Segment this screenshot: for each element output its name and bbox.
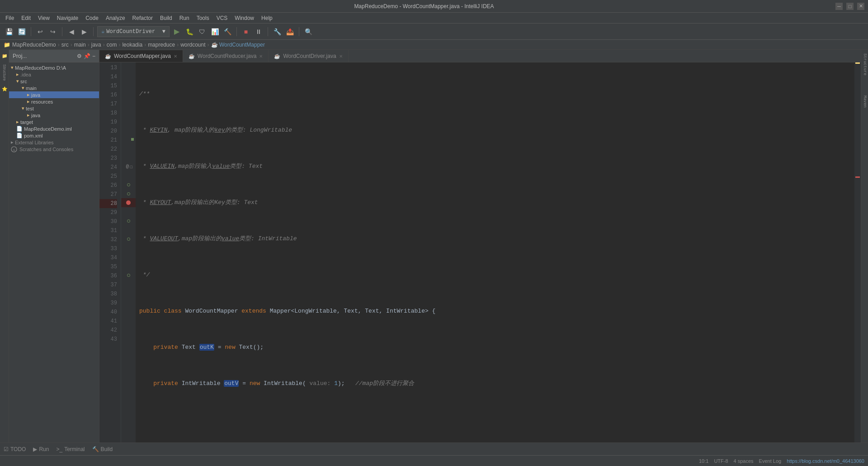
- breadcrumb-mapreduce-pkg[interactable]: mapreduce: [148, 42, 175, 48]
- tab-close-driver[interactable]: ✕: [339, 54, 343, 59]
- window-controls[interactable]: ─ □ ✕: [835, 3, 864, 10]
- build-panel-icon: 🔨: [92, 446, 99, 452]
- stop-button[interactable]: ■: [241, 26, 251, 37]
- gutter-line-17: [121, 99, 136, 108]
- breadcrumb-wordcount[interactable]: wordcount: [180, 42, 205, 48]
- tab-label-reducer: WordCountReducer.java: [198, 53, 257, 59]
- tree-item-java[interactable]: ▸ java: [9, 91, 99, 98]
- pause-button[interactable]: ⏸: [253, 26, 264, 37]
- todo-button[interactable]: ☑ TODO: [4, 446, 26, 452]
- menu-run[interactable]: Run: [176, 14, 193, 22]
- tree-item-test-java[interactable]: ▸ java: [9, 112, 99, 119]
- project-pin-icon[interactable]: 📌: [84, 53, 90, 59]
- menu-view[interactable]: View: [34, 14, 53, 22]
- gutter-line-28-breakpoint[interactable]: [121, 198, 136, 207]
- tree-item-target[interactable]: ▸ target: [9, 119, 99, 125]
- status-event-log[interactable]: Event Log: [759, 458, 782, 464]
- undo-button[interactable]: ↩: [35, 26, 46, 37]
- breadcrumb-com[interactable]: com: [107, 42, 117, 48]
- status-position[interactable]: 10:1: [699, 458, 708, 464]
- gutter-line-15: [121, 81, 136, 90]
- terminal-label: Terminal: [64, 446, 85, 452]
- terminal-button[interactable]: >_ Terminal: [56, 446, 85, 452]
- code-line-13: /**: [136, 90, 854, 99]
- menu-refactor[interactable]: Refactor: [129, 14, 156, 22]
- tab-close-mapper[interactable]: ✕: [174, 54, 177, 59]
- tree-item-resources[interactable]: ▸ resources: [9, 98, 99, 105]
- tab-wordcountdriver[interactable]: ☕ WordCountDriver.java ✕: [269, 50, 348, 62]
- toolbar-separator-3: [93, 27, 94, 36]
- tab-wordcountmapper[interactable]: ☕ WordCountMapper.java ✕: [99, 50, 183, 62]
- project-panel: Proj... ⚙ 📌 − ▾ MapReduceDemo D:\A ▸ .id…: [9, 50, 99, 442]
- debug-button[interactable]: 🐛: [184, 26, 195, 37]
- gutter-line-29: [121, 207, 136, 216]
- tree-item-test[interactable]: ▾ test: [9, 105, 99, 112]
- breadcrumb-mapreduce[interactable]: MapReduceDemo: [12, 42, 56, 48]
- svg-text:s: s: [13, 148, 15, 152]
- code-line-20: private Text outK = new Text();: [136, 343, 854, 352]
- structure-right-icon[interactable]: Structure: [863, 53, 867, 76]
- tree-item-src[interactable]: ▾ src: [9, 78, 99, 85]
- menu-file[interactable]: File: [2, 14, 18, 22]
- save-all-button[interactable]: 💾: [4, 26, 14, 37]
- minimize-button[interactable]: ─: [835, 3, 843, 10]
- code-container[interactable]: 13 14 15 16 17 18 19 20 21 22 23 24 25 2…: [99, 62, 861, 442]
- status-indent[interactable]: 4 spaces: [734, 458, 754, 464]
- tree-item-iml[interactable]: 📄 MapReduceDemo.iml: [9, 125, 99, 132]
- tree-item-mapreduce[interactable]: ▾ MapReduceDemo D:\A: [9, 64, 99, 71]
- status-bar: 10:1 UTF-8 4 spaces Event Log https://bl…: [0, 455, 868, 466]
- menu-analyze[interactable]: Analyze: [102, 14, 129, 22]
- project-settings-icon[interactable]: ⚙: [77, 53, 82, 59]
- profiler-button[interactable]: 📊: [209, 26, 220, 37]
- build-panel-button[interactable]: 🔨 Build: [92, 446, 113, 452]
- gutter[interactable]: @ ☐: [121, 62, 136, 442]
- tree-item-scratches[interactable]: s Scratches and Consoles: [9, 146, 99, 153]
- maximize-button[interactable]: □: [846, 3, 854, 10]
- code-editor[interactable]: /** * KEYIN, map阶段输入的key的类型: LongWritabl…: [136, 62, 854, 442]
- status-url[interactable]: https://blog.csdn.net/m0_46413060: [787, 458, 864, 464]
- breadcrumb-src[interactable]: src: [61, 42, 69, 48]
- project-icon[interactable]: 📁: [2, 53, 7, 59]
- breadcrumb-module[interactable]: 📁: [4, 42, 10, 48]
- build-button[interactable]: 🔨: [222, 26, 233, 37]
- breadcrumb-leokadia[interactable]: leokadia: [122, 42, 142, 48]
- tree-item-pom[interactable]: 📄 pom.xml: [9, 132, 99, 139]
- tab-close-reducer[interactable]: ✕: [259, 54, 263, 59]
- back-button[interactable]: ◀: [66, 26, 77, 37]
- menu-window[interactable]: Window: [231, 14, 258, 22]
- project-minus-icon[interactable]: −: [92, 53, 95, 59]
- sync-button[interactable]: 🔄: [16, 26, 27, 37]
- status-encoding[interactable]: UTF-8: [714, 458, 728, 464]
- tree-item-idea[interactable]: ▸ .idea: [9, 71, 99, 78]
- external-button[interactable]: 📤: [284, 26, 295, 37]
- breadcrumb-file[interactable]: ☕ WordCountMapper: [211, 42, 265, 48]
- tab-wordcountreducer[interactable]: ☕ WordCountReducer.java ✕: [183, 50, 269, 62]
- tree-item-ext-libs[interactable]: ▸ External Libraries: [9, 139, 99, 146]
- right-scrollbar[interactable]: [854, 62, 861, 442]
- run-config-dropdown[interactable]: ☕ WordCountDriver ▼: [97, 26, 170, 37]
- menu-navigate[interactable]: Navigate: [53, 14, 82, 22]
- coverage-button[interactable]: 🛡: [197, 26, 208, 37]
- close-button[interactable]: ✕: [857, 3, 864, 10]
- structure-icon[interactable]: Structure: [2, 64, 7, 81]
- menu-help[interactable]: Help: [258, 14, 276, 22]
- menu-build[interactable]: Build: [156, 14, 176, 22]
- settings-button[interactable]: 🔧: [272, 26, 283, 37]
- breadcrumb-java[interactable]: java: [91, 42, 101, 48]
- redo-button[interactable]: ↪: [47, 26, 58, 37]
- menu-vcs[interactable]: VCS: [213, 14, 231, 22]
- breadcrumb-main[interactable]: main: [74, 42, 86, 48]
- favorites-icon[interactable]: ⭐: [2, 86, 7, 92]
- menu-edit[interactable]: Edit: [18, 14, 34, 22]
- tree-item-main[interactable]: ▾ main: [9, 85, 99, 91]
- run-button[interactable]: ▶: [171, 26, 182, 37]
- menu-tools[interactable]: Tools: [193, 14, 213, 22]
- project-tree: ▾ MapReduceDemo D:\A ▸ .idea ▾ src ▾ mai…: [9, 62, 99, 442]
- target-folder-icon: ▸: [16, 119, 19, 125]
- forward-button[interactable]: ▶: [79, 26, 90, 37]
- gutter-line-37: [121, 280, 136, 289]
- run-panel-button[interactable]: ▶ Run: [33, 446, 49, 452]
- maven-icon[interactable]: Maven: [863, 95, 867, 108]
- menu-code[interactable]: Code: [82, 14, 102, 22]
- search-everywhere-button[interactable]: 🔍: [303, 26, 314, 37]
